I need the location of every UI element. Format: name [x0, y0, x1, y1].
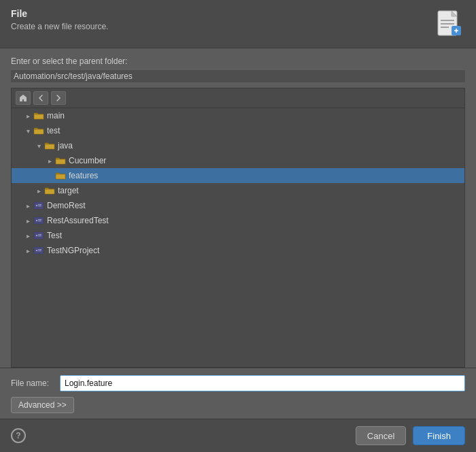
expand-arrow[interactable] [22, 245, 33, 256]
project-icon [33, 201, 44, 210]
dialog-subtitle: Create a new file resource. [11, 22, 108, 31]
filename-row: File name: [11, 375, 465, 391]
project-icon [33, 246, 44, 255]
tree-row[interactable]: TestNGProject [12, 243, 464, 258]
home-button[interactable] [16, 91, 31, 105]
expand-arrow[interactable] [22, 125, 33, 136]
tree-row[interactable]: RestAssuredTest [12, 213, 464, 228]
current-path: Automation/src/test/java/features [11, 70, 465, 82]
back-button[interactable] [33, 91, 48, 105]
tree-item-label: TestNGProject [47, 246, 99, 255]
expand-arrow[interactable] [22, 200, 33, 211]
tree-row[interactable]: main [12, 108, 464, 123]
finish-button[interactable]: Finish [413, 426, 465, 445]
expand-arrow[interactable] [44, 155, 55, 166]
folder-icon [55, 156, 66, 165]
help-button[interactable]: ? [11, 428, 26, 443]
dialog-title: File [11, 8, 108, 19]
expand-arrow[interactable] [22, 110, 33, 121]
help-section: ? [11, 428, 26, 443]
tree-row[interactable]: test [12, 123, 464, 138]
tree-item-label: Cucumber [69, 156, 106, 165]
folder-tree[interactable]: main test [11, 108, 465, 368]
expand-arrow[interactable] [33, 140, 44, 151]
tree-row[interactable]: features [12, 168, 464, 183]
footer-buttons: Cancel Finish [356, 426, 465, 445]
tree-row[interactable]: DemoRest [12, 198, 464, 213]
folder-icon [55, 171, 66, 180]
filename-input[interactable] [60, 375, 465, 391]
tree-item-label: target [58, 186, 79, 195]
tree-item-label: RestAssuredTest [47, 216, 109, 225]
tree-item-label: main [47, 111, 65, 120]
advanced-row: Advanced >> [11, 397, 465, 413]
dialog-body: Enter or select the parent folder: Autom… [0, 48, 476, 368]
tree-item-label: java [58, 141, 73, 150]
expand-arrow[interactable] [33, 185, 44, 196]
folder-icon [33, 111, 44, 120]
folder-icon [33, 126, 44, 135]
dialog-header: File Create a new file resource. [0, 0, 476, 48]
tree-item-label: Test [47, 231, 62, 240]
header-text: File Create a new file resource. [11, 8, 108, 31]
filename-label: File name: [11, 378, 60, 388]
project-icon [33, 216, 44, 225]
dialog-footer: ? Cancel Finish [0, 419, 476, 452]
folder-icon [44, 186, 55, 195]
expand-arrow [44, 170, 55, 181]
folder-icon [44, 141, 55, 150]
tree-row[interactable]: Cucumber [12, 153, 464, 168]
tree-row[interactable]: target [12, 183, 464, 198]
cancel-button[interactable]: Cancel [356, 426, 406, 445]
expand-arrow[interactable] [22, 230, 33, 241]
project-icon [33, 231, 44, 240]
tree-item-label: DemoRest [47, 201, 86, 210]
section-label: Enter or select the parent folder: [11, 56, 465, 66]
advanced-button[interactable]: Advanced >> [11, 397, 74, 413]
file-icon [432, 8, 465, 41]
expand-arrow[interactable] [22, 215, 33, 226]
tree-row[interactable]: java [12, 138, 464, 153]
dialog-form: File name: Advanced >> [0, 368, 476, 419]
dialog-container: File Create a new file resource. Enter o… [0, 0, 476, 452]
tree-row[interactable]: Test [12, 228, 464, 243]
forward-button[interactable] [51, 91, 66, 105]
tree-item-label: features [69, 171, 98, 180]
tree-item-label: test [47, 126, 60, 135]
tree-toolbar [11, 88, 465, 108]
